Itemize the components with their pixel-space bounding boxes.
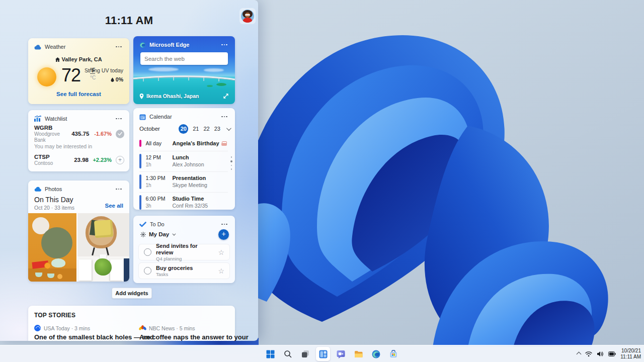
see-all-link[interactable]: See all <box>105 203 123 209</box>
stock-symbol: CTSP <box>34 154 53 160</box>
story-source: NBC News · 5 mins <box>149 325 195 331</box>
calendar-date[interactable]: 21 <box>193 126 199 132</box>
events-scroll-indicator[interactable] <box>230 156 232 170</box>
story-source: USA Today · 3 mins <box>44 325 90 331</box>
stock-change: -1.67% <box>89 131 112 137</box>
photos-cloud-icon <box>34 187 41 192</box>
stock-price: 435.75 <box>71 131 89 137</box>
story-headline: One of the smallest black holes — and <box>34 333 133 341</box>
event-color-bar <box>139 174 141 189</box>
star-icon[interactable]: ☆ <box>218 267 224 275</box>
unit-celsius[interactable]: °C <box>90 75 96 80</box>
myday-list-selector[interactable]: My Day <box>140 231 175 237</box>
droplet-icon <box>111 77 114 82</box>
weather-condition: Strong UV today <box>85 67 123 73</box>
add-task-button[interactable]: + <box>218 229 229 240</box>
file-explorer-button[interactable] <box>351 347 365 361</box>
edge-browser-button[interactable] <box>369 347 383 361</box>
taskbar-clock[interactable]: 10/20/21 11:11 AM <box>620 348 641 360</box>
photos-title: Photos <box>45 186 62 192</box>
stocks-chart-icon <box>34 116 41 122</box>
battery-icon[interactable] <box>608 351 616 356</box>
weather-widget: Weather Valley Park, CA 72 °F °C Strong … <box>28 38 129 104</box>
more-options-icon[interactable] <box>113 43 124 50</box>
weather-location: Valley Park, CA <box>61 56 102 62</box>
search-button[interactable] <box>281 347 295 361</box>
search-input[interactable] <box>144 56 222 62</box>
task-checkbox[interactable] <box>144 267 151 275</box>
add-widgets-button[interactable]: Add widgets <box>112 288 152 299</box>
task-row[interactable]: Buy groceries Tasks ☆ <box>138 262 230 279</box>
more-options-icon[interactable] <box>113 115 124 122</box>
news-story[interactable]: NBC News · 5 mins Are coffee naps the an… <box>139 325 238 341</box>
desktop: 11:11 AM Weather Valley Park, CA 72 °F °… <box>0 0 644 362</box>
star-icon[interactable]: ☆ <box>218 248 224 256</box>
widgets-button[interactable] <box>316 347 330 361</box>
more-options-icon[interactable] <box>219 221 230 228</box>
usa-today-icon <box>34 325 41 331</box>
calendar-date[interactable]: 23 <box>214 126 220 132</box>
photo-thumbnail-chair[interactable] <box>77 213 129 282</box>
edge-browser-icon <box>372 350 380 358</box>
chevron-down-icon[interactable] <box>226 126 231 131</box>
add-to-watchlist-icon[interactable]: + <box>116 156 124 164</box>
event-time: 6:00 PM <box>146 196 166 202</box>
chevron-down-icon <box>173 232 176 235</box>
location-pin-icon <box>139 94 144 99</box>
event-time: 1:30 PM <box>146 175 166 181</box>
cloud-shape <box>148 67 179 71</box>
task-view-button[interactable] <box>298 347 312 361</box>
wifi-icon[interactable] <box>585 351 592 357</box>
home-icon <box>55 57 60 62</box>
more-options-icon[interactable] <box>113 186 124 193</box>
news-story[interactable]: USA Today · 3 mins One of the smallest b… <box>34 325 133 341</box>
watchlist-title: Watchlist <box>45 116 67 122</box>
weather-temp: 72 <box>61 65 80 86</box>
todo-title: To Do <box>150 221 165 227</box>
stock-row[interactable]: WGRB Woodgrove Bank 435.75 -1.67% <box>34 126 124 141</box>
photos-subtitle: Oct 20 · 33 items <box>34 205 74 211</box>
calendar-event[interactable]: 1:30 PM1h PresentationSkype Meeting <box>139 172 228 193</box>
stock-row[interactable]: CTSP Contoso 23.98 +2.23% + <box>34 152 124 167</box>
start-button[interactable] <box>263 347 277 361</box>
photo-collage[interactable] <box>28 213 129 282</box>
stock-symbol: WGRB <box>34 125 71 131</box>
calendar-event[interactable]: 12 PM1h LunchAlex Johnson <box>139 151 228 172</box>
stock-company: Contoso <box>34 160 53 166</box>
event-time: All day <box>146 140 168 147</box>
cloud-icon <box>34 44 41 50</box>
todo-widget: To Do My Day + Send invites for review Q… <box>133 216 235 283</box>
event-subtitle: Conf Rm 32/35 <box>173 202 208 209</box>
widgets-panel: 11:11 AM Weather Valley Park, CA 72 °F °… <box>0 0 258 341</box>
file-explorer-icon <box>354 350 363 358</box>
task-checkbox[interactable] <box>144 248 151 256</box>
chat-button[interactable] <box>334 347 348 361</box>
calendar-date-selected[interactable]: 20 <box>179 124 188 134</box>
story-headline: Are coffee naps the answer to your <box>139 333 238 341</box>
photos-widget: Photos On This Day Oct 20 · 33 items See… <box>28 180 129 282</box>
event-subtitle: Alex Johnson <box>173 161 204 168</box>
more-options-icon[interactable] <box>219 41 230 48</box>
expand-icon[interactable] <box>223 93 229 99</box>
more-options-icon[interactable] <box>219 113 230 120</box>
nbc-news-icon <box>139 325 146 331</box>
edge-search-box[interactable] <box>140 52 228 65</box>
calendar-month: October <box>139 126 160 132</box>
see-full-forecast-link[interactable]: See full forecast <box>28 91 129 97</box>
calendar-event[interactable]: All day Angela's Birthday <box>139 137 228 151</box>
event-time: 12 PM <box>146 154 161 160</box>
event-title: Presentation <box>173 174 207 182</box>
account-avatar[interactable] <box>239 8 256 24</box>
watchlist-suggestion-note: You may be interested in <box>34 143 92 149</box>
calendar-date[interactable]: 22 <box>204 126 210 132</box>
widgets-icon <box>319 350 328 358</box>
task-view-icon <box>301 350 309 358</box>
volume-icon[interactable] <box>597 351 604 357</box>
photo-thumbnail-still-life[interactable] <box>28 213 76 282</box>
microsoft-store-button[interactable] <box>386 347 400 361</box>
cloud-shape <box>204 68 224 72</box>
added-check-icon[interactable] <box>116 130 124 138</box>
task-row[interactable]: Send invites for review Q4 planning ☆ <box>138 244 230 260</box>
calendar-event[interactable]: 6:00 PM3h Studio TimeConf Rm 32/35 <box>139 193 228 213</box>
show-hidden-icons-chevron[interactable] <box>577 352 581 356</box>
